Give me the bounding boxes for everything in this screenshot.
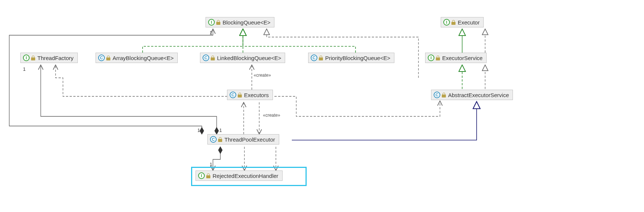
interface-icon: I (198, 172, 205, 179)
node-priorityblockingqueue: C PriorityBlockingQueue<E> (308, 53, 394, 63)
node-executors: C Executors (227, 90, 273, 100)
edge-array-to-blockingqueue (143, 29, 243, 53)
node-abstractexecutorservice: C AbstractExecutorService (431, 90, 513, 100)
multiplicity-tpe-left2: 1 (219, 127, 222, 133)
node-label: RejectedExecutionHandler (213, 173, 278, 179)
node-label: Executor (458, 19, 480, 26)
multiplicity-blockingqueue: 1 (210, 30, 212, 36)
node-label: PriorityBlockingQueue<E> (325, 55, 390, 61)
lock-icon (442, 93, 446, 97)
multiplicity-reh: 1 (210, 162, 212, 167)
class-icon: C (434, 92, 440, 98)
edge-tpe-comp-threadfactory (41, 65, 217, 134)
lock-icon (319, 56, 323, 60)
interface-icon: I (23, 54, 30, 61)
node-label: AbstractExecutorService (448, 92, 509, 98)
lock-icon (211, 56, 215, 60)
class-icon: C (230, 92, 236, 98)
edge-tpe-comp-blockingqueue (9, 29, 213, 134)
node-label: ArrayBlockingQueue<E> (113, 55, 174, 61)
class-icon: C (98, 54, 105, 61)
lock-icon (238, 93, 242, 97)
edge-label-create1: «create» (254, 73, 271, 78)
edge-priority-to-blockingqueue (243, 29, 356, 53)
node-label: ThreadPoolExecutor (224, 136, 275, 143)
node-label: BlockingQueue<E> (223, 19, 270, 26)
node-blockingqueue: I BlockingQueue<E> (206, 17, 274, 27)
interface-icon: I (208, 19, 215, 26)
node-executor: I Executor (441, 17, 484, 27)
node-rejectedexecutionhandler: I RejectedExecutionHandler (196, 170, 283, 181)
lock-icon (106, 56, 110, 60)
interface-icon: I (443, 19, 450, 26)
node-threadpoolexecutor: C ThreadPoolExecutor (207, 134, 279, 145)
node-threadfactory: I ThreadFactory (20, 53, 78, 63)
lock-icon (451, 20, 456, 25)
multiplicity-tpe-left1: 1 (197, 127, 200, 133)
connector-layer (0, 0, 644, 212)
edge-executors-to-abstract (274, 96, 440, 116)
class-icon: C (311, 54, 317, 61)
lock-icon (218, 137, 222, 142)
lock-icon (31, 56, 35, 60)
multiplicity-threadfactory: 1 (23, 66, 26, 72)
node-label: ExecutorService (442, 55, 483, 61)
node-label: ThreadFactory (37, 55, 74, 61)
edge-tpe-comp-reh (213, 147, 220, 170)
class-icon: C (203, 54, 209, 61)
node-executorservice: I ExecutorService (425, 53, 487, 63)
lock-icon (216, 20, 220, 25)
edge-label-create2: «create» (263, 113, 280, 118)
edge-executors-to-threadfactory (56, 65, 227, 96)
class-icon: C (210, 136, 217, 143)
lock-icon (206, 173, 210, 178)
node-label: Executors (244, 92, 269, 98)
lock-icon (436, 56, 440, 60)
edge-tpe-extends-abstract (292, 102, 477, 140)
node-linkedblockingqueue: C LinkedBlockingQueue<E> (200, 53, 285, 63)
interface-icon: I (428, 54, 434, 61)
node-label: LinkedBlockingQueue<E> (217, 55, 281, 61)
node-arrayblockingqueue: C ArrayBlockingQueue<E> (96, 53, 178, 63)
